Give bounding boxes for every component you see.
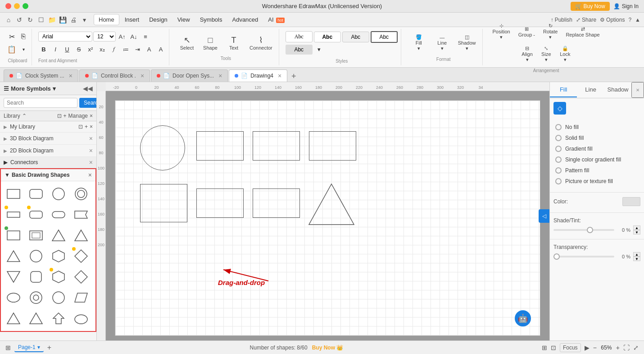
tab-drawing4[interactable]: 📄 Drawing4 ×	[229, 69, 287, 82]
menu-ai[interactable]: AI hot	[263, 14, 289, 25]
shape-triangle-up2[interactable]	[4, 308, 23, 328]
solid-fill-option[interactable]: Solid fill	[553, 133, 640, 143]
shadow-tab[interactable]: Shadow	[604, 83, 631, 97]
zoom-out-button[interactable]: −	[593, 344, 597, 351]
transparency-slider[interactable]	[553, 256, 614, 257]
tab-control[interactable]: 📄 Control Block . ×	[79, 69, 150, 82]
search-input[interactable]	[4, 98, 77, 108]
buy-now-button[interactable]: 🛒 Buy Now	[571, 2, 610, 11]
help-button[interactable]: ?	[628, 17, 631, 23]
collapse-button[interactable]: ▲	[635, 17, 640, 23]
line-tab[interactable]: Line	[577, 83, 604, 97]
style-sample-3[interactable]: Abc	[342, 32, 369, 42]
highlight-button[interactable]: A	[155, 44, 166, 55]
style-sample-5[interactable]: Abc	[286, 45, 313, 55]
tab-close-control[interactable]: ×	[141, 72, 144, 79]
category-2d-block[interactable]: ▶ 2D Block Diagram ×	[0, 145, 96, 157]
shape-rounded-rect-sm[interactable]	[26, 205, 46, 225]
shape-circle-outline[interactable]	[71, 184, 91, 204]
shape-ellipse[interactable]	[4, 288, 23, 308]
canvas-shape-rect2[interactable]	[253, 131, 300, 161]
menu-home[interactable]: Home	[94, 14, 119, 25]
fill-type-icon[interactable]: ◇	[553, 102, 566, 115]
color-picker-box[interactable]	[622, 197, 640, 206]
canvas-shape-rect1[interactable]	[196, 131, 244, 161]
position-button[interactable]: ⊹ Position ▾	[489, 21, 514, 42]
more-styles-button[interactable]: ▾	[314, 44, 325, 55]
select-tool-button[interactable]: ↖ Select	[176, 33, 198, 52]
close-2d-block[interactable]: ×	[89, 147, 93, 154]
buy-now-link[interactable]: Buy Now	[312, 345, 335, 351]
single-gradient-option[interactable]: Single color gradient fill	[553, 154, 640, 165]
shape-donut[interactable]	[26, 288, 46, 308]
shape-rect2[interactable]	[4, 225, 23, 245]
category-3d-block[interactable]: ▶ 3D Block Diagram ×	[0, 133, 96, 145]
text-tool-button[interactable]: T Text	[222, 34, 245, 52]
shade-down-button[interactable]: ▼	[633, 230, 640, 234]
zoom-in-button[interactable]: +	[616, 344, 620, 351]
sign-in-button[interactable]: 👤 Sign In	[613, 3, 639, 9]
canvas-shape-triangle[interactable]	[307, 182, 356, 227]
layers-button[interactable]: ⊞	[542, 344, 547, 351]
shade-slider-thumb[interactable]	[587, 227, 593, 233]
transparency-slider-thumb[interactable]	[553, 253, 560, 260]
style-sample-1[interactable]: Abc	[286, 31, 313, 42]
shade-slider[interactable]	[553, 229, 614, 231]
right-expand-button[interactable]: ◁	[539, 209, 549, 223]
right-panel-close-button[interactable]: ×	[631, 82, 644, 98]
canvas-shape-rect6[interactable]	[253, 188, 300, 218]
shape-hexagon2[interactable]	[49, 267, 68, 287]
shape-diamond2[interactable]	[71, 267, 91, 287]
tab-close-door[interactable]: ×	[218, 72, 222, 79]
new-icon[interactable]: ☐	[36, 15, 46, 25]
align-button[interactable]: ≡	[140, 31, 151, 42]
copy-button[interactable]: ⎘	[18, 31, 29, 42]
open-icon[interactable]: 📁	[47, 15, 57, 25]
close-button[interactable]	[5, 3, 11, 9]
shape-triangle2[interactable]	[4, 246, 23, 266]
tab-clock[interactable]: 📄 Clock System ... ×	[4, 69, 78, 82]
page-tab[interactable]: Page-1 ▾	[14, 343, 44, 352]
no-fill-option[interactable]: No fill	[553, 122, 640, 133]
grid-button[interactable]: ⊡	[551, 344, 556, 351]
undo-icon[interactable]: ↺	[14, 15, 24, 25]
add-my-library[interactable]: +	[85, 124, 88, 130]
shape-wave[interactable]	[71, 308, 91, 328]
close-library-button[interactable]: ×	[90, 113, 93, 119]
size-button[interactable]: ⤡ Size ▾	[537, 44, 555, 64]
maximize-button[interactable]	[23, 3, 28, 9]
close-shapes-panel-button[interactable]: ×	[88, 171, 92, 179]
panel-collapse-button[interactable]: ◀◀	[83, 85, 93, 92]
canvas-shape-rect3[interactable]	[309, 131, 356, 161]
list-button[interactable]: ≔	[120, 44, 131, 55]
fit-page-button[interactable]: ⤢	[633, 344, 639, 351]
font-color-button[interactable]: A	[144, 44, 154, 55]
export-my-library[interactable]: ⊡	[78, 124, 83, 130]
style-sample-2[interactable]: Abc	[314, 32, 341, 42]
page-view-button[interactable]: ⊞	[5, 344, 11, 351]
strikethrough-button[interactable]: S	[73, 44, 84, 55]
tab-close-clock[interactable]: ×	[69, 72, 73, 79]
shade-stepper[interactable]: ▲ ▼	[633, 225, 640, 234]
lock-button[interactable]: 🔒 Lock ▾	[556, 44, 574, 64]
shape-hexagon[interactable]	[49, 246, 68, 266]
cut-button[interactable]: ✂	[6, 31, 17, 42]
close-connectors[interactable]: ×	[89, 159, 93, 166]
group-button[interactable]: ⊞ Group -	[515, 24, 539, 39]
shape-stadium[interactable]	[49, 205, 68, 225]
shape-triangle-right[interactable]	[71, 225, 91, 245]
close-3d-block[interactable]: ×	[89, 135, 93, 142]
shape-small-rect[interactable]	[4, 205, 23, 225]
shape-banner[interactable]	[71, 205, 91, 225]
transparency-stepper[interactable]: ▲ ▼	[633, 252, 640, 261]
shape-circle3[interactable]	[49, 288, 68, 308]
add-tab-button[interactable]: +	[288, 71, 299, 82]
shade-up-button[interactable]: ▲	[633, 225, 640, 230]
shape-rect-frame[interactable]	[26, 225, 46, 245]
shape-triangle-down[interactable]	[4, 267, 23, 287]
font-family-select[interactable]: Arial	[38, 32, 92, 41]
fullscreen-button[interactable]: ⛶	[623, 344, 630, 351]
shape-triangle-sm[interactable]	[26, 308, 46, 328]
font-increase-button[interactable]: A↑	[117, 31, 127, 42]
underline-button[interactable]: U	[62, 44, 73, 55]
